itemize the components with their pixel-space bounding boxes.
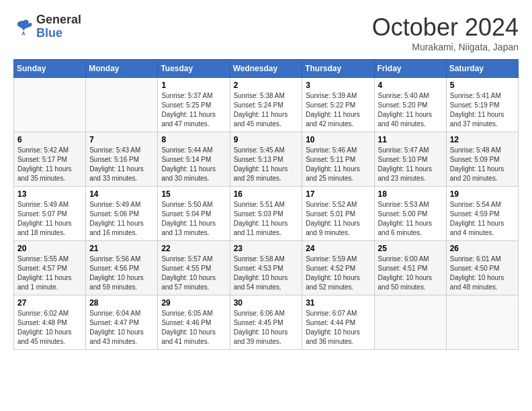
calendar-cell: 11Sunrise: 5:47 AM Sunset: 5:10 PM Dayli… (374, 132, 446, 187)
logo: General Blue (13, 13, 81, 40)
title-block: October 2024 Murakami, Niigata, Japan (372, 13, 519, 52)
page-header: General Blue October 2024 Murakami, Niig… (13, 13, 519, 52)
day-number: 17 (306, 189, 370, 199)
day-number: 20 (17, 244, 82, 253)
weekday-header-wednesday: Wednesday (230, 60, 302, 78)
calendar-cell (86, 78, 158, 132)
calendar-cell: 31Sunrise: 6:07 AM Sunset: 4:44 PM Dayli… (302, 295, 374, 350)
day-info: Sunrise: 6:04 AM Sunset: 4:47 PM Dayligh… (89, 309, 154, 347)
day-number: 9 (234, 135, 299, 144)
day-info: Sunrise: 5:39 AM Sunset: 5:22 PM Dayligh… (306, 91, 370, 129)
day-info: Sunrise: 5:54 AM Sunset: 4:59 PM Dayligh… (450, 200, 515, 238)
calendar-cell: 8Sunrise: 5:44 AM Sunset: 5:14 PM Daylig… (158, 132, 230, 187)
location: Murakami, Niigata, Japan (372, 42, 519, 52)
month-title: October 2024 (372, 13, 519, 42)
calendar-cell: 4Sunrise: 5:40 AM Sunset: 5:20 PM Daylig… (374, 78, 446, 132)
day-number: 18 (378, 189, 443, 199)
day-number: 28 (89, 298, 154, 308)
weekday-header-row: SundayMondayTuesdayWednesdayThursdayFrid… (14, 60, 519, 78)
day-info: Sunrise: 5:57 AM Sunset: 4:55 PM Dayligh… (161, 255, 226, 292)
calendar-cell: 14Sunrise: 5:49 AM Sunset: 5:06 PM Dayli… (86, 187, 158, 241)
day-info: Sunrise: 5:56 AM Sunset: 4:56 PM Dayligh… (89, 255, 154, 292)
calendar-cell: 18Sunrise: 5:53 AM Sunset: 5:00 PM Dayli… (374, 187, 446, 241)
day-number: 23 (234, 244, 299, 253)
calendar-cell: 2Sunrise: 5:38 AM Sunset: 5:24 PM Daylig… (230, 78, 302, 132)
calendar-cell: 20Sunrise: 5:55 AM Sunset: 4:57 PM Dayli… (14, 241, 86, 295)
day-number: 10 (306, 135, 370, 144)
day-number: 2 (234, 81, 299, 90)
calendar-cell (14, 78, 86, 132)
day-info: Sunrise: 5:44 AM Sunset: 5:14 PM Dayligh… (161, 146, 226, 183)
weekday-header-tuesday: Tuesday (158, 60, 230, 78)
calendar-cell: 19Sunrise: 5:54 AM Sunset: 4:59 PM Dayli… (446, 187, 518, 241)
day-number: 11 (378, 135, 443, 144)
day-number: 12 (450, 135, 515, 144)
weekday-header-monday: Monday (86, 60, 158, 78)
day-number: 7 (89, 135, 154, 144)
day-info: Sunrise: 5:53 AM Sunset: 5:00 PM Dayligh… (378, 200, 443, 238)
day-number: 30 (234, 298, 299, 308)
calendar-cell: 21Sunrise: 5:56 AM Sunset: 4:56 PM Dayli… (86, 241, 158, 295)
day-number: 14 (89, 189, 154, 199)
calendar-week-2: 6Sunrise: 5:42 AM Sunset: 5:17 PM Daylig… (14, 132, 519, 187)
day-info: Sunrise: 5:52 AM Sunset: 5:01 PM Dayligh… (306, 200, 370, 238)
calendar-cell: 7Sunrise: 5:43 AM Sunset: 5:16 PM Daylig… (86, 132, 158, 187)
day-info: Sunrise: 5:58 AM Sunset: 4:53 PM Dayligh… (234, 255, 299, 292)
calendar-cell: 6Sunrise: 5:42 AM Sunset: 5:17 PM Daylig… (14, 132, 86, 187)
calendar-cell: 27Sunrise: 6:02 AM Sunset: 4:48 PM Dayli… (14, 295, 86, 350)
calendar-cell: 24Sunrise: 5:59 AM Sunset: 4:52 PM Dayli… (302, 241, 374, 295)
calendar-cell: 29Sunrise: 6:05 AM Sunset: 4:46 PM Dayli… (158, 295, 230, 350)
calendar-cell: 1Sunrise: 5:37 AM Sunset: 5:25 PM Daylig… (158, 78, 230, 132)
day-number: 26 (450, 244, 515, 253)
calendar-cell: 16Sunrise: 5:51 AM Sunset: 5:03 PM Dayli… (230, 187, 302, 241)
day-info: Sunrise: 5:59 AM Sunset: 4:52 PM Dayligh… (306, 255, 370, 292)
day-info: Sunrise: 5:38 AM Sunset: 5:24 PM Dayligh… (234, 91, 299, 129)
calendar-cell: 23Sunrise: 5:58 AM Sunset: 4:53 PM Dayli… (230, 241, 302, 295)
day-number: 5 (450, 81, 515, 90)
calendar-cell: 26Sunrise: 6:01 AM Sunset: 4:50 PM Dayli… (446, 241, 518, 295)
day-number: 21 (89, 244, 154, 253)
day-info: Sunrise: 6:06 AM Sunset: 4:45 PM Dayligh… (234, 309, 299, 347)
day-number: 15 (161, 189, 226, 199)
day-number: 25 (378, 244, 443, 253)
day-info: Sunrise: 6:01 AM Sunset: 4:50 PM Dayligh… (450, 255, 515, 292)
day-info: Sunrise: 6:05 AM Sunset: 4:46 PM Dayligh… (161, 309, 226, 347)
day-info: Sunrise: 5:43 AM Sunset: 5:16 PM Dayligh… (89, 146, 154, 183)
day-number: 24 (306, 244, 370, 253)
weekday-header-friday: Friday (374, 60, 446, 78)
day-number: 1 (161, 81, 226, 90)
day-number: 16 (234, 189, 299, 199)
day-number: 29 (161, 298, 226, 308)
day-info: Sunrise: 5:55 AM Sunset: 4:57 PM Dayligh… (17, 255, 82, 292)
day-number: 27 (17, 298, 82, 308)
calendar-cell: 15Sunrise: 5:50 AM Sunset: 5:04 PM Dayli… (158, 187, 230, 241)
calendar-cell: 28Sunrise: 6:04 AM Sunset: 4:47 PM Dayli… (86, 295, 158, 350)
day-info: Sunrise: 5:42 AM Sunset: 5:17 PM Dayligh… (17, 146, 82, 183)
calendar-week-5: 27Sunrise: 6:02 AM Sunset: 4:48 PM Dayli… (14, 295, 519, 350)
day-info: Sunrise: 5:40 AM Sunset: 5:20 PM Dayligh… (378, 91, 443, 129)
calendar-cell: 12Sunrise: 5:48 AM Sunset: 5:09 PM Dayli… (446, 132, 518, 187)
weekday-header-sunday: Sunday (14, 60, 86, 78)
calendar-cell: 13Sunrise: 5:49 AM Sunset: 5:07 PM Dayli… (14, 187, 86, 241)
day-info: Sunrise: 5:41 AM Sunset: 5:19 PM Dayligh… (450, 91, 515, 129)
day-info: Sunrise: 5:48 AM Sunset: 5:09 PM Dayligh… (450, 146, 515, 183)
day-info: Sunrise: 5:37 AM Sunset: 5:25 PM Dayligh… (161, 91, 226, 129)
day-info: Sunrise: 5:45 AM Sunset: 5:13 PM Dayligh… (234, 146, 299, 183)
day-info: Sunrise: 5:51 AM Sunset: 5:03 PM Dayligh… (234, 200, 299, 238)
calendar-cell: 17Sunrise: 5:52 AM Sunset: 5:01 PM Dayli… (302, 187, 374, 241)
calendar-cell: 3Sunrise: 5:39 AM Sunset: 5:22 PM Daylig… (302, 78, 374, 132)
weekday-header-thursday: Thursday (302, 60, 374, 78)
calendar-cell (374, 295, 446, 350)
day-number: 4 (378, 81, 443, 90)
calendar-table: SundayMondayTuesdayWednesdayThursdayFrid… (13, 59, 519, 350)
day-number: 13 (17, 189, 82, 199)
calendar-cell: 25Sunrise: 6:00 AM Sunset: 4:51 PM Dayli… (374, 241, 446, 295)
day-number: 31 (306, 298, 370, 308)
day-info: Sunrise: 5:50 AM Sunset: 5:04 PM Dayligh… (161, 200, 226, 238)
calendar-cell: 9Sunrise: 5:45 AM Sunset: 5:13 PM Daylig… (230, 132, 302, 187)
day-number: 22 (161, 244, 226, 253)
day-number: 19 (450, 189, 515, 199)
day-number: 3 (306, 81, 370, 90)
calendar-cell: 10Sunrise: 5:46 AM Sunset: 5:11 PM Dayli… (302, 132, 374, 187)
day-info: Sunrise: 5:46 AM Sunset: 5:11 PM Dayligh… (306, 146, 370, 183)
